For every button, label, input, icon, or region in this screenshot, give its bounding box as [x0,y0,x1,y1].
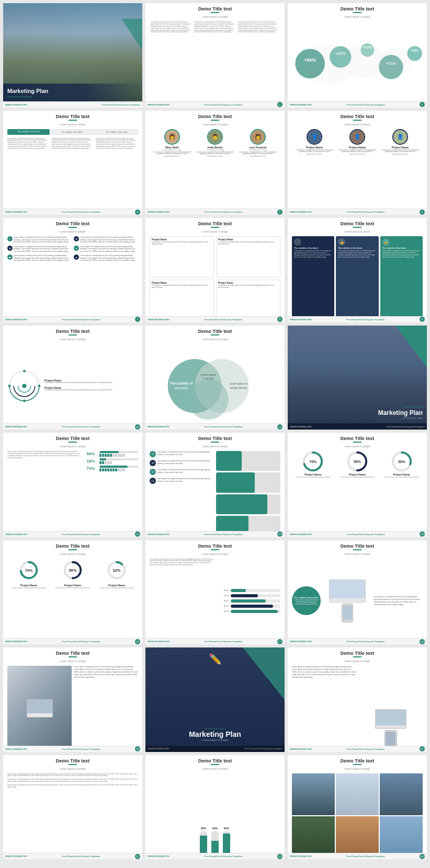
hbars: Row 1 Row 2 Row 3 [216,559,280,644]
numbered-list-14: 76 Lorem ipsum is simply dummy text of t… [148,450,282,537]
tab-3[interactable]: The subtitle of the block [95,129,138,135]
footer-logo: WWW.SITE2MAX.PRO [5,103,27,106]
num-22: 22 [135,854,140,859]
slide-24: Demo Title text Lorem ipsum is simply WW… [288,755,427,860]
avatar-1: 👩 [164,129,180,145]
hbar-1: Row 1 [216,589,280,592]
title-23: Demo Title text [148,758,282,763]
list-item-2: ★ Lorem ipsum is simply dummy text of th… [7,246,72,253]
num-11: 11 [277,424,282,430]
tag-3: Free PowerPoint & Keynote Templates [346,103,384,106]
subtitle-4: Lorem ipsum is simply [5,123,140,126]
svg-text:The subtitle of: The subtitle of [170,381,194,385]
tab-text-2: Lorem ipsum is simply dummy text of the … [52,138,94,150]
svg-point-20 [8,385,11,387]
bubble-area: +96% +47% +12% +71% +15% [290,20,425,108]
laptop-mock [329,580,366,603]
tag-6: Free PowerPoint & Keynote Templates [346,211,384,213]
pi-9 [120,454,122,457]
proj-desc-box-1: Lorem ipsum is simply dummy text of the … [152,241,212,246]
tag-23: Free PowerPoint & Keynote Templates [204,855,242,858]
footer-24: WWW.SITE2MAX.PRO Free PowerPoint & Keyno… [288,853,427,859]
tab-content: Lorem ipsum is simply dummy text of the … [5,137,140,215]
footer-3: WWW.SITE2MAX.PRO Free PowerPoint & Keyno… [288,101,427,108]
proj-avatar-3: 👤 [392,129,408,145]
device-stack [358,709,423,751]
hbar-bg-3 [231,599,280,603]
num-6: 6 [420,210,425,215]
venn-svg: The subtitle of the block Lorem ipsum is… [148,351,282,421]
pi-10 [123,454,125,457]
subtitle-21: Lorem ipsum is simply [290,659,425,663]
underline-9 [353,227,361,228]
bar-bg-3 [99,466,138,468]
list-icon-4: ⚙ [74,236,79,241]
t-pct-3: 91% [224,827,229,830]
num-14: 14 [277,531,282,537]
cycle-item-2: Project Name Lorem ipsum is simply dummy… [44,386,138,391]
logo-17: WWW.SITE2MAX.PRO [148,640,169,643]
proj-avatar-1: 👤 [307,129,322,145]
title-7: Demo Title text [5,221,140,226]
ntext-1: Lorem ipsum is simply dummy text of the … [157,451,214,456]
proj-box-1: Project Name Lorem ipsum is simply dummy… [150,236,214,277]
footer-16: WWW.SITE2MAX.PRO Free PowerPoint & Keyno… [3,638,142,644]
tag-22: Free PowerPoint & Keynote Templates [62,855,100,858]
hbar-fill-3 [231,599,266,603]
tag-13: Free PowerPoint & Keynote Templates [62,533,100,536]
pi-5 [110,454,112,457]
title-10: Demo Title text [5,329,140,334]
bar-fill-1 [99,451,119,453]
footer-tag-2: Free PowerPoint & Keynote Templates [204,103,242,106]
hbar-label-1: Row 1 [216,589,229,592]
card-text-2: Lorem ipsum is simply dummy text of the … [338,250,376,259]
proj-avatar-2: 👤 [349,129,365,145]
tag-7: Free PowerPoint & Keynote Templates [62,318,100,321]
stat-bar-col-2 [99,458,138,464]
num-item-1: 76 Lorem ipsum is simply dummy text of t… [150,451,214,457]
footer-17: WWW.SITE2MAX.PRO Free PowerPoint & Keyno… [145,638,285,644]
donut-sub-2: Lorem ipsum is simply typesetting indust… [52,587,93,589]
title-6: Demo Title text [290,114,425,119]
stat-pct-1: 50% [87,452,98,456]
tag-16: Free PowerPoint & Keynote Templates [62,640,100,643]
avatar-img-1: 👩 [165,130,179,144]
person-3: 👩 Lory Freeman Lorem ipsum is simply Lor… [237,129,278,158]
tab-2[interactable]: The subtitle of the block [51,129,94,135]
slide-number-2: 2 [277,102,282,107]
avatar-3: 👩 [250,129,266,145]
proj-ind-1: typesetting industry [294,153,335,155]
subtitle-15: Lorem ipsum is simply [290,445,425,448]
pct-val-2: 50% [354,460,361,464]
num-17: 17 [277,639,282,644]
photo-1 [292,773,335,815]
tab-1[interactable]: The subtitle of the block [7,129,50,135]
title-5: Demo Title text [148,114,282,119]
title-17: Demo Title text [148,543,282,549]
footer-4: WWW.SITE2MAX.PRO Free PowerPoint & Keyno… [3,209,142,215]
hbar-label-2: Row 2 [216,595,229,597]
num-13: 13 [135,531,140,537]
mp2-triangle [243,647,285,700]
slide-16: Demo Title text Lorem ipsum is simply 73… [3,540,142,645]
text-content-3: Lorem ipsum is simply dummy text of the … [238,21,279,33]
underline-7 [69,227,77,228]
slide-15: Demo Title text Lorem ipsum is simply 70… [288,433,427,537]
avatar-2: 👨 [207,129,223,145]
ind-3: typesetting industry [237,155,278,157]
title-8: Demo Title text [148,221,282,226]
list-item-3: ◆ Lorem ipsum is simply dummy text of th… [7,254,72,262]
devices-21 [358,666,423,751]
cover-overlay: Marketing Plan PowerPoint Template [3,84,142,101]
svg-point-17 [23,370,26,373]
pdesc-3: Lorem ipsum is simply dummy text of the … [237,152,278,156]
pi-3 [105,454,107,457]
badge-4: 12 [150,478,156,484]
list-col-2: ⚙ Lorem ipsum is simply dummy text of th… [74,236,138,321]
bar-bg-1 [99,451,138,453]
underline-23 [211,764,219,765]
list-item-4: ⚙ Lorem ipsum is simply dummy text of th… [74,236,138,244]
card-title-3: The subtitle of the block [382,247,421,249]
pi3-9 [120,468,122,471]
tag-5: Free PowerPoint & Keynote Templates [204,211,242,213]
